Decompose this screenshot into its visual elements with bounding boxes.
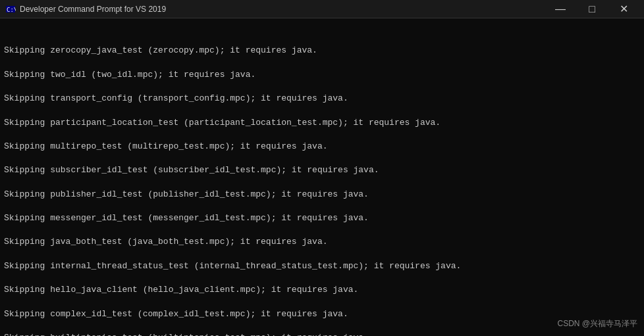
terminal-line: Skipping multirepo_test (multirepo_test.… — [4, 141, 640, 153]
terminal-content: Skipping zerocopy_java_test (zerocopy.mp… — [4, 45, 640, 336]
window-controls: — □ ✕ — [545, 0, 639, 18]
maximize-button[interactable]: □ — [577, 0, 607, 18]
title-bar: C:\ Developer Command Prompt for VS 2019… — [0, 0, 644, 18]
title-bar-left: C:\ Developer Command Prompt for VS 2019 — [5, 4, 166, 14]
window-title: Developer Command Prompt for VS 2019 — [20, 5, 166, 14]
terminal-line: Skipping subscriber_idl_test (subscriber… — [4, 164, 640, 176]
terminal-line: Skipping hello_java_client (hello_java_c… — [4, 284, 640, 296]
terminal-line: Skipping messenger_idl_test (messenger_i… — [4, 212, 640, 224]
terminal-line: Skipping zerocopy_java_test (zerocopy.mp… — [4, 45, 640, 57]
terminal-line: Skipping java_both_test (java_both_test.… — [4, 236, 640, 248]
cmd-icon: C:\ — [5, 4, 16, 14]
terminal-body[interactable]: Skipping zerocopy_java_test (zerocopy.mp… — [0, 18, 644, 336]
watermark: CSDN @兴福寺马泽平 — [557, 318, 637, 329]
svg-text:C:\: C:\ — [7, 7, 16, 13]
close-button[interactable]: ✕ — [608, 0, 639, 18]
terminal-line: Skipping publisher_idl_test (publisher_i… — [4, 189, 640, 201]
terminal-line: Skipping transport_config (transport_con… — [4, 93, 640, 105]
terminal-line: Skipping builtintopics_test (builtintopi… — [4, 332, 640, 336]
terminal-line: Skipping two_idl (two_idl.mpc); it requi… — [4, 69, 640, 81]
terminal-line: Skipping internal_thread_status_test (in… — [4, 260, 640, 272]
terminal-line: Skipping complex_idl_test (complex_idl_t… — [4, 308, 640, 320]
minimize-button[interactable]: — — [545, 0, 576, 18]
terminal-line: Skipping participant_location_test (part… — [4, 117, 640, 129]
